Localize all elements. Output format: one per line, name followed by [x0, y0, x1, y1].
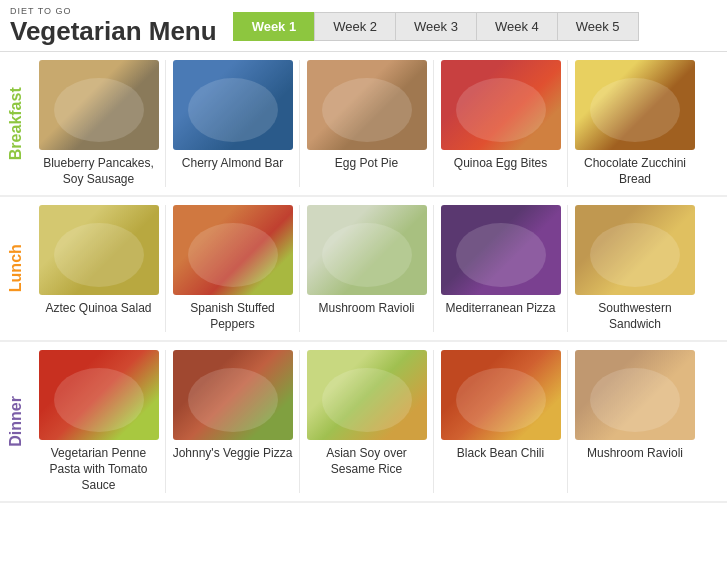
- week-tab-4[interactable]: Week 4: [476, 12, 557, 41]
- meal-item[interactable]: Cherry Almond Bar: [166, 60, 300, 187]
- meal-item[interactable]: Mushroom Ravioli: [300, 205, 434, 332]
- meal-item[interactable]: Johnny's Veggie Pizza: [166, 350, 300, 493]
- meal-item[interactable]: Black Bean Chili: [434, 350, 568, 493]
- week-tab-2[interactable]: Week 2: [314, 12, 395, 41]
- food-name: Egg Pot Pie: [335, 156, 398, 172]
- food-name: Cherry Almond Bar: [182, 156, 283, 172]
- week-tab-5[interactable]: Week 5: [557, 12, 639, 41]
- meal-item[interactable]: Blueberry Pancakes, Soy Sausage: [32, 60, 166, 187]
- food-image: [441, 205, 561, 295]
- svg-point-10: [54, 368, 144, 432]
- food-name: Aztec Quinoa Salad: [45, 301, 151, 317]
- row-label-lunch: Lunch: [0, 197, 32, 340]
- svg-point-0: [54, 78, 144, 142]
- svg-point-3: [456, 78, 546, 142]
- food-name: Asian Soy over Sesame Rice: [304, 446, 429, 477]
- header: DIET TO GO Vegetarian Menu Week 1Week 2W…: [0, 0, 727, 52]
- food-image: [441, 60, 561, 150]
- meal-item[interactable]: Mediterranean Pizza: [434, 205, 568, 332]
- meal-item[interactable]: Vegetarian Penne Pasta with Tomato Sauce: [32, 350, 166, 493]
- meal-item[interactable]: Southwestern Sandwich: [568, 205, 702, 332]
- svg-point-2: [322, 78, 412, 142]
- svg-point-5: [54, 223, 144, 287]
- food-image: [575, 60, 695, 150]
- meal-item[interactable]: Spanish Stuffed Peppers: [166, 205, 300, 332]
- food-image: [39, 205, 159, 295]
- food-name: Southwestern Sandwich: [572, 301, 698, 332]
- brand-top-label: DIET TO GO: [10, 6, 217, 16]
- food-image: [173, 350, 293, 440]
- food-image: [307, 60, 427, 150]
- row-label-breakfast: Breakfast: [0, 52, 32, 195]
- svg-point-13: [456, 368, 546, 432]
- svg-point-9: [590, 223, 680, 287]
- food-image: [575, 205, 695, 295]
- meal-item[interactable]: Chocolate Zucchini Bread: [568, 60, 702, 187]
- svg-point-11: [188, 368, 278, 432]
- meal-row-dinner: DinnerVegetarian Penne Pasta with Tomato…: [0, 342, 727, 503]
- food-name: Mushroom Ravioli: [318, 301, 414, 317]
- svg-point-7: [322, 223, 412, 287]
- week-tabs: Week 1Week 2Week 3Week 4Week 5: [233, 12, 639, 41]
- svg-point-4: [590, 78, 680, 142]
- meal-row-lunch: LunchAztec Quinoa SaladSpanish Stuffed P…: [0, 197, 727, 342]
- week-tab-1[interactable]: Week 1: [233, 12, 315, 41]
- meal-item[interactable]: Quinoa Egg Bites: [434, 60, 568, 187]
- food-image: [173, 205, 293, 295]
- svg-point-1: [188, 78, 278, 142]
- meal-item[interactable]: Mushroom Ravioli: [568, 350, 702, 493]
- food-image: [575, 350, 695, 440]
- svg-point-8: [456, 223, 546, 287]
- meal-item[interactable]: Aztec Quinoa Salad: [32, 205, 166, 332]
- brand-logo: DIET TO GO Vegetarian Menu: [10, 6, 217, 47]
- meal-row-breakfast: BreakfastBlueberry Pancakes, Soy Sausage…: [0, 52, 727, 197]
- brand-title: Vegetarian Menu: [10, 16, 217, 47]
- meal-items-lunch: Aztec Quinoa SaladSpanish Stuffed Pepper…: [32, 197, 727, 340]
- svg-point-12: [322, 368, 412, 432]
- food-name: Chocolate Zucchini Bread: [572, 156, 698, 187]
- food-image: [39, 60, 159, 150]
- food-name: Blueberry Pancakes, Soy Sausage: [36, 156, 161, 187]
- svg-point-14: [590, 368, 680, 432]
- menu-grid: BreakfastBlueberry Pancakes, Soy Sausage…: [0, 52, 727, 503]
- food-image: [441, 350, 561, 440]
- food-image: [39, 350, 159, 440]
- meal-items-breakfast: Blueberry Pancakes, Soy SausageCherry Al…: [32, 52, 727, 195]
- food-name: Spanish Stuffed Peppers: [170, 301, 295, 332]
- food-name: Quinoa Egg Bites: [454, 156, 547, 172]
- food-name: Vegetarian Penne Pasta with Tomato Sauce: [36, 446, 161, 493]
- food-name: Mushroom Ravioli: [587, 446, 683, 462]
- food-image: [307, 205, 427, 295]
- meal-item[interactable]: Asian Soy over Sesame Rice: [300, 350, 434, 493]
- food-name: Black Bean Chili: [457, 446, 544, 462]
- row-label-dinner: Dinner: [0, 342, 32, 501]
- food-name: Johnny's Veggie Pizza: [173, 446, 293, 462]
- svg-point-6: [188, 223, 278, 287]
- meal-item[interactable]: Egg Pot Pie: [300, 60, 434, 187]
- meal-items-dinner: Vegetarian Penne Pasta with Tomato Sauce…: [32, 342, 727, 501]
- week-tab-3[interactable]: Week 3: [395, 12, 476, 41]
- food-image: [307, 350, 427, 440]
- food-image: [173, 60, 293, 150]
- food-name: Mediterranean Pizza: [445, 301, 555, 317]
